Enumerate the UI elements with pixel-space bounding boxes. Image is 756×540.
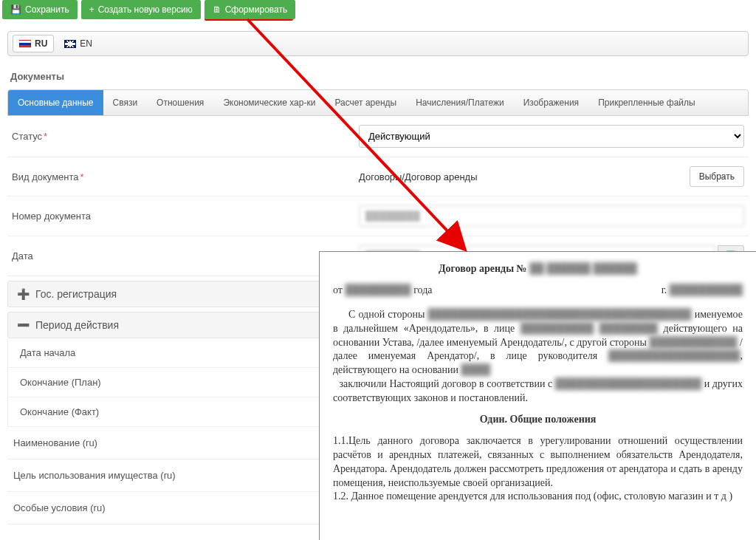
generated-document-preview: Договор аренды № ██ ██████ ██████ от ███… (319, 251, 756, 540)
section-title: Документы (10, 71, 746, 82)
save-button[interactable]: 💾 Сохранить (2, 0, 78, 19)
document-icon: 🗎 (213, 4, 221, 15)
plus-circle-icon: ➕ (17, 288, 30, 300)
doc-heading-1: Один. Общие положения (333, 413, 743, 427)
tab-links[interactable]: Связи (103, 90, 148, 115)
gosreg-label: Гос. регистрация (35, 288, 117, 300)
new-version-label: Создать новую версию (98, 4, 193, 15)
plus-icon: + (89, 4, 94, 15)
docnum-label: Номер документа (12, 211, 359, 222)
lang-ru[interactable]: RU (13, 35, 54, 52)
doc-paragraph-1: С одной стороны ████████████████████████… (333, 308, 743, 377)
status-label: Статус* (12, 131, 359, 142)
doc-paragraph-2: заключили Настоящий договор в соответств… (333, 377, 743, 406)
generate-button[interactable]: 🗎 Сформировать (205, 0, 296, 19)
tabs-bar: Основные данные Связи Отношения Экономич… (7, 89, 749, 116)
minus-circle-icon: ➖ (17, 319, 30, 331)
lang-en[interactable]: EN (58, 35, 98, 52)
doc-clause-1-2: 1.2. Данное помещение арендуется для исп… (333, 490, 743, 504)
doctype-value: Договоры/Договор аренды (359, 171, 685, 182)
lang-ru-label: RU (35, 38, 47, 49)
tab-calc[interactable]: Расчет аренды (325, 90, 406, 115)
action-toolbar: 💾 Сохранить + Создать новую версию 🗎 Сфо… (0, 0, 756, 19)
tab-relations[interactable]: Отношения (147, 90, 213, 115)
tab-main[interactable]: Основные данные (8, 90, 103, 115)
doctype-label: Вид документа* (12, 171, 359, 182)
status-select[interactable]: Действующий (359, 125, 744, 148)
doc-title: Договор аренды № ██ ██████ ██████ (333, 262, 743, 276)
tab-files[interactable]: Прикрепленные файлы (588, 90, 705, 115)
doctype-select-button[interactable]: Выбрать (690, 166, 744, 187)
new-version-button[interactable]: + Создать новую версию (81, 0, 201, 19)
row-docnum: Номер документа (7, 196, 749, 236)
lang-en-label: EN (80, 38, 92, 49)
docnum-input[interactable] (359, 205, 744, 227)
language-bar: RU EN (7, 31, 749, 56)
flag-en-icon (64, 40, 76, 48)
doc-clause-1-1: 1.1.Цель данного договора заключается в … (333, 434, 743, 491)
date-label: Дата (12, 250, 359, 262)
tab-images[interactable]: Изображения (514, 90, 588, 115)
tab-econ[interactable]: Экономические хар-ки (213, 90, 325, 115)
period-label: Период действия (35, 319, 119, 331)
save-icon: 💾 (10, 4, 21, 15)
row-doctype: Вид документа* Договоры/Договор аренды В… (7, 157, 749, 196)
row-status: Статус* Действующий (7, 116, 749, 157)
flag-ru-icon (19, 40, 31, 48)
tab-charges[interactable]: Начисления/Платежи (406, 90, 514, 115)
doc-meta-row: от █████████ года г. ██████████ (333, 284, 743, 298)
save-label: Сохранить (25, 4, 69, 15)
generate-label: Сформировать (225, 4, 288, 15)
